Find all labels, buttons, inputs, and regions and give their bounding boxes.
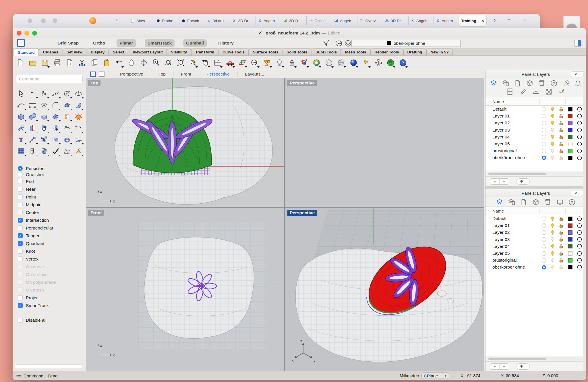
window-zoom-button[interactable] — [32, 31, 37, 36]
layer-row[interactable]: Layer 01 — [486, 222, 586, 229]
dropdown-arrow-icon[interactable] — [25, 109, 26, 110]
next-tabs-button[interactable]: › — [494, 17, 496, 23]
dropdown-arrow-icon[interactable] — [393, 66, 395, 68]
layer-name[interactable]: Layer 01 — [492, 223, 539, 228]
window-zoom-button[interactable] — [53, 18, 57, 23]
viewport-perspective-upper[interactable]: Perspective — [285, 78, 484, 207]
tool-surface-bend[interactable] — [73, 99, 84, 111]
named-view-car-icon[interactable] — [225, 57, 235, 68]
layer-color-swatch[interactable] — [565, 237, 575, 242]
dropdown-arrow-icon[interactable] — [282, 66, 284, 68]
four-viewport-icon[interactable] — [90, 72, 96, 77]
tool-orient[interactable] — [50, 134, 61, 145]
dropdown-arrow-icon[interactable] — [47, 155, 49, 156]
dropdown-arrow-icon[interactable] — [82, 132, 84, 133]
layer-lock-icon[interactable] — [557, 134, 565, 139]
dropdown-arrow-icon[interactable] — [70, 143, 72, 144]
tool-offset[interactable] — [38, 145, 50, 157]
tool-surface-grid[interactable] — [50, 111, 61, 122]
ribbon-tab-viewport-layout[interactable]: Viewport Layout — [129, 49, 167, 55]
layer-name[interactable]: brustoriginal — [492, 258, 539, 263]
checkbox-knot[interactable] — [18, 249, 23, 254]
dome-icon[interactable] — [532, 88, 540, 95]
command-input[interactable] — [16, 75, 83, 83]
checker-icon[interactable] — [545, 88, 553, 95]
checkbox-perpendicular[interactable] — [18, 225, 23, 230]
browser-tab[interactable]: XAngeb — [408, 16, 434, 25]
viewport-canvas-top[interactable]: y x — [86, 78, 284, 207]
layer-material-circle[interactable] — [575, 244, 584, 249]
zoom-icon[interactable] — [151, 57, 161, 68]
layer-current-radio[interactable] — [539, 114, 548, 119]
layer-name[interactable]: Layer 04 — [492, 134, 539, 140]
new-tab-button[interactable]: + — [507, 17, 511, 23]
ribbon-tab-standard[interactable]: Standard — [14, 49, 39, 56]
dropdown-arrow-icon[interactable] — [82, 109, 84, 110]
layer-color-swatch[interactable] — [565, 156, 575, 160]
tool-fillet-curve[interactable] — [50, 99, 61, 111]
dropdown-arrow-icon[interactable] — [220, 66, 223, 68]
layer-row[interactable]: brustoriginal — [486, 257, 586, 264]
layer-visibility-bulb[interactable] — [548, 128, 557, 132]
layer-settings-button[interactable]: ⌄ — [517, 178, 530, 185]
layer-color-swatch[interactable] — [565, 223, 575, 228]
tool-blend-arrow[interactable] — [73, 122, 84, 134]
tool-arc[interactable] — [16, 99, 27, 111]
remove-layer-button[interactable]: − — [500, 364, 509, 369]
layer-material-circle[interactable] — [575, 107, 584, 112]
layer-row[interactable]: Default — [486, 215, 586, 222]
checkbox-intersection[interactable]: ✓ — [18, 218, 23, 223]
layer-lock-icon[interactable] — [557, 251, 565, 256]
dropdown-arrow-icon[interactable] — [36, 97, 38, 99]
layer-row[interactable]: Layer 05 — [486, 250, 586, 257]
layer-material-circle[interactable] — [575, 142, 584, 146]
layer-visibility-bulb[interactable] — [548, 230, 557, 235]
tool-scale[interactable] — [27, 134, 38, 145]
layers-state-icon[interactable] — [508, 198, 516, 206]
undo-view-icon[interactable] — [200, 57, 210, 68]
print-icon[interactable] — [52, 57, 62, 68]
panel-gear-button[interactable]: ⌄ — [571, 71, 584, 77]
checkbox-near[interactable] — [18, 187, 23, 192]
layer-material-circle[interactable] — [575, 265, 584, 270]
browser-tab[interactable]: Online — [306, 16, 332, 25]
viewport-canvas-perspective[interactable]: z x y — [285, 208, 484, 372]
dropdown-arrow-icon[interactable] — [59, 120, 61, 121]
layer-visibility-bulb[interactable] — [548, 251, 557, 256]
panel-gear-button[interactable]: ⌄ — [571, 190, 584, 196]
scrollbar-thumb[interactable] — [488, 173, 546, 175]
layers-icon[interactable] — [490, 79, 498, 87]
tool-grid-array[interactable] — [16, 145, 27, 157]
layer-visibility-bulb[interactable] — [548, 237, 557, 242]
browser-tab[interactable]: XAngeb — [256, 16, 281, 25]
layer-row[interactable]: oberkörper ohne — [486, 154, 586, 161]
rotate-view-icon[interactable] — [138, 57, 149, 68]
panel-divider[interactable] — [486, 186, 586, 189]
layer-lock-icon[interactable] — [557, 237, 565, 242]
dropdown-arrow-icon[interactable] — [36, 132, 38, 133]
checkbox-point[interactable] — [18, 194, 23, 199]
dropdown-arrow-icon[interactable] — [405, 66, 408, 68]
browser-tab[interactable]: Altes — [129, 16, 154, 25]
ribbon-tab-drafting[interactable]: Drafting — [403, 49, 426, 55]
ribbon-tab-solid-tools[interactable]: Solid Tools — [283, 49, 311, 55]
layer-current-radio[interactable] — [539, 128, 548, 132]
layer-current-radio[interactable] — [539, 121, 548, 126]
layer-row[interactable]: brustoriginal — [486, 147, 586, 154]
layer-visibility-bulb[interactable] — [548, 216, 557, 221]
tool-select-cursor[interactable] — [16, 88, 27, 99]
layer-material-circle[interactable] — [575, 148, 584, 153]
monitor-icon[interactable] — [556, 198, 564, 206]
ribbon-tab-subd-tools[interactable]: SubD Tools — [312, 49, 341, 55]
layer-row[interactable]: Layer 02 — [486, 119, 586, 126]
tool-revolve[interactable] — [38, 111, 50, 122]
zoom-extents-icon[interactable] — [175, 57, 186, 68]
help-circle-icon[interactable]: ? — [550, 79, 558, 87]
tab-close-icon[interactable]: ✕ — [481, 19, 484, 23]
toggle-grid-snap[interactable]: Grid Snap — [55, 39, 82, 47]
dropdown-arrow-icon[interactable] — [59, 143, 61, 144]
layer-visibility-bulb[interactable] — [548, 223, 557, 228]
tool-spheres[interactable] — [27, 111, 38, 122]
checkbox-on-curve[interactable] — [18, 264, 23, 269]
dropdown-arrow-icon[interactable] — [36, 155, 38, 156]
